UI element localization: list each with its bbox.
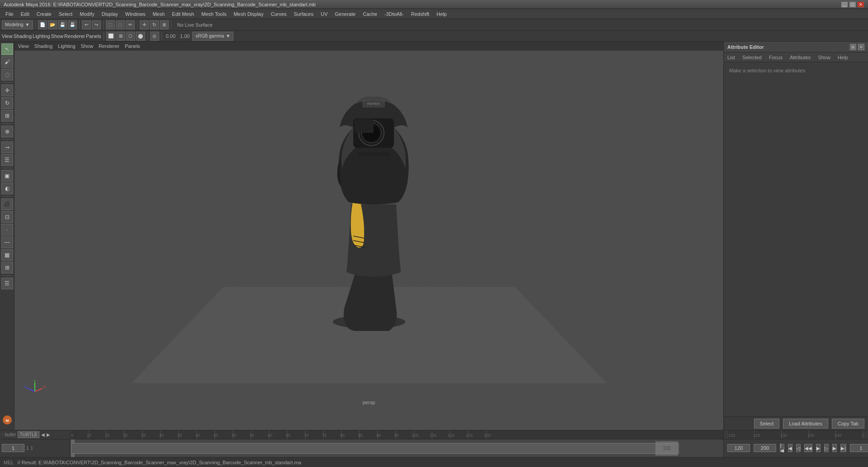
wireframe-button[interactable]: ⬡ <box>126 32 135 41</box>
close-button[interactable]: ✕ <box>857 1 864 8</box>
open-button[interactable]: 📂 <box>48 20 57 29</box>
select-button[interactable]: ⬚ <box>106 20 115 29</box>
minimize-button[interactable]: _ <box>841 1 848 8</box>
frame-current-input[interactable] <box>850 444 868 452</box>
camera-button[interactable]: ⬜ <box>106 32 115 41</box>
menu-mesh-tools[interactable]: Mesh Tools <box>198 10 230 18</box>
start-range-input[interactable] <box>727 444 750 452</box>
turtle-tab[interactable]: TURTLE <box>18 431 40 438</box>
paint-button[interactable]: ✏ <box>126 20 135 29</box>
workspace-dropdown[interactable]: Modeling ▼ <box>2 20 33 29</box>
menu-file[interactable]: File <box>2 10 17 18</box>
load-attributes-button[interactable]: Load Attributes <box>783 419 828 429</box>
timeline-main[interactable]: 120 <box>70 439 723 457</box>
grid-button[interactable]: ⊞ <box>116 32 125 41</box>
copy-tab-button[interactable]: Copy Tab <box>832 419 864 429</box>
create-poly-button[interactable]: ▣ <box>1 170 13 182</box>
menu-uv[interactable]: UV <box>317 10 331 18</box>
renderer-header-btn[interactable]: Renderer <box>99 43 119 49</box>
extra-tool-button[interactable]: ☰ <box>1 278 13 289</box>
colorspace-dropdown[interactable]: sRGB gamma ▼ <box>192 32 233 41</box>
menu-mesh[interactable]: Mesh <box>149 10 168 18</box>
save-as-button[interactable]: 💾 <box>68 20 77 29</box>
view-header-btn[interactable]: View <box>18 43 29 49</box>
view-menu[interactable]: View <box>2 33 13 39</box>
menu-display[interactable]: Display <box>98 10 122 18</box>
face-button[interactable]: ▦ <box>1 249 13 261</box>
lasso-tool-button[interactable]: ◌ <box>1 69 13 80</box>
new-scene-button[interactable]: 📄 <box>38 20 47 29</box>
redo-button[interactable]: ↪ <box>92 20 101 29</box>
show-header-btn[interactable]: Show <box>81 43 94 49</box>
menu-modify[interactable]: Modify <box>76 10 98 18</box>
lighting-menu[interactable]: Lighting <box>33 33 50 39</box>
go-start-button[interactable]: |◀ <box>780 444 784 452</box>
object-display-button[interactable]: ⬛ <box>1 198 13 210</box>
renderer-menu[interactable]: Renderer <box>64 33 85 39</box>
prev-frame-button[interactable]: ◀ <box>788 444 792 452</box>
panels-menu[interactable]: Panels <box>86 33 101 39</box>
show-menu[interactable]: Show <box>51 33 64 39</box>
next-frame-button[interactable]: ▶ <box>832 444 837 452</box>
save-button[interactable]: 💾 <box>58 20 67 29</box>
menu-edit-mesh[interactable]: Edit Mesh <box>168 10 198 18</box>
attr-tab-help[interactable]: Help <box>836 54 850 61</box>
menu-create[interactable]: Create <box>33 10 55 18</box>
go-end-button[interactable]: ▶| <box>840 444 846 452</box>
end-range-input[interactable] <box>754 444 776 452</box>
scale-button[interactable]: ⊞ <box>160 20 169 29</box>
component-display-button[interactable]: ⊡ <box>1 211 13 223</box>
current-frame-input[interactable] <box>2 444 24 452</box>
scale-tool-button[interactable]: ⊞ <box>1 110 13 122</box>
shading-menu[interactable]: Shading <box>14 33 32 39</box>
undo-button[interactable]: ↩ <box>82 20 91 29</box>
attr-tab-focus[interactable]: Focus <box>767 54 784 61</box>
attr-close-button[interactable]: ✕ <box>858 44 864 50</box>
menu-redshift[interactable]: Redshift <box>408 10 433 18</box>
paint-select-button[interactable]: 🖌 <box>1 56 13 68</box>
lighting-header-btn[interactable]: Lighting <box>58 43 76 49</box>
move-tool-button[interactable]: ✛ <box>1 85 13 96</box>
lasso-button[interactable]: ◌ <box>116 20 125 29</box>
timeline-range-bar[interactable] <box>71 443 679 454</box>
isolate-button[interactable]: ◎ <box>150 32 159 41</box>
menu-generate[interactable]: Generate <box>331 10 359 18</box>
uvmap-button[interactable]: ⊞ <box>1 262 13 274</box>
move-button[interactable]: ✛ <box>140 20 149 29</box>
menu-windows[interactable]: Windows <box>122 10 149 18</box>
smooth-button[interactable]: ⬤ <box>136 32 145 41</box>
menu-surfaces[interactable]: Surfaces <box>290 10 317 18</box>
menu-curves[interactable]: Curves <box>267 10 290 18</box>
menu-edit[interactable]: Edit <box>17 10 33 18</box>
maximize-button[interactable]: □ <box>849 1 856 8</box>
rotate-button[interactable]: ↻ <box>150 20 159 29</box>
attr-tab-selected[interactable]: Selected <box>740 54 764 61</box>
sculpt-button[interactable]: ◐ <box>1 183 13 194</box>
attr-float-button[interactable]: ⊞ <box>850 44 856 50</box>
attr-tab-show[interactable]: Show <box>816 54 832 61</box>
menu-cache[interactable]: Cache <box>359 10 381 18</box>
vertex-button[interactable]: · <box>1 224 13 236</box>
prev-tab[interactable]: ◀ <box>41 432 45 437</box>
show-manip-button[interactable]: ☰ <box>1 154 13 166</box>
next-key-button[interactable]: ▷ <box>824 444 829 452</box>
menu-select[interactable]: Select <box>55 10 76 18</box>
universal-manip-button[interactable]: ⊕ <box>1 126 13 137</box>
play-button[interactable]: ▶ <box>816 444 821 452</box>
prev-key-button[interactable]: ◁ <box>796 444 801 452</box>
select-footer-button[interactable]: Select <box>754 419 780 429</box>
menu-3dtoall[interactable]: -3DtoAll- <box>381 10 408 18</box>
attr-tab-list[interactable]: List <box>726 54 737 61</box>
next-tab[interactable]: ▶ <box>47 432 50 437</box>
attr-tab-attributes[interactable]: Attributes <box>788 54 812 61</box>
rotate-tool-button[interactable]: ↻ <box>1 97 13 109</box>
menu-mesh-display[interactable]: Mesh Display <box>230 10 267 18</box>
soft-select-button[interactable]: ⊸ <box>1 142 13 153</box>
panels-header-btn[interactable]: Panels <box>125 43 140 49</box>
play-back-button[interactable]: ◀◀ <box>804 444 812 452</box>
shading-header-btn[interactable]: Shading <box>34 43 52 49</box>
viewport[interactable]: View Shading Lighting Show Renderer Pane… <box>14 42 723 430</box>
menu-help[interactable]: Help <box>433 10 451 18</box>
edge-button[interactable]: — <box>1 236 13 248</box>
select-tool-button[interactable]: ↖ <box>1 43 13 55</box>
